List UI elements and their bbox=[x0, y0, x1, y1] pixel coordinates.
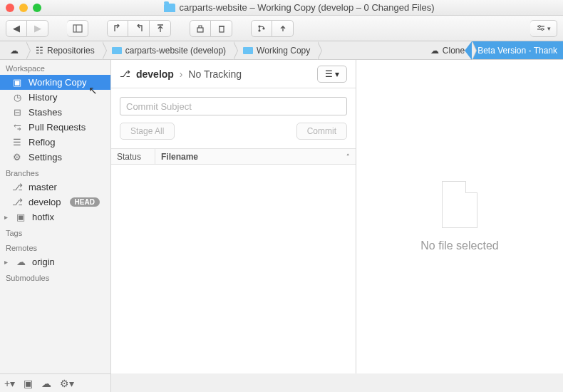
sidebar-item-pull-requests[interactable]: ⥃ Pull Requests bbox=[0, 120, 110, 135]
archive-button[interactable]: ▣ bbox=[24, 378, 33, 389]
column-filename[interactable]: Filename ˄ bbox=[155, 152, 356, 162]
sidebar-item-label: master bbox=[29, 182, 57, 192]
sidebar-folder-hotfix[interactable]: ▸ ▣ hotfix bbox=[0, 210, 110, 225]
clone-label: Clone bbox=[443, 46, 465, 56]
fetch-button[interactable] bbox=[107, 20, 128, 37]
sidebar-branch-master[interactable]: ⎇ master bbox=[0, 180, 110, 195]
forward-button[interactable]: ▶ bbox=[27, 20, 48, 37]
sort-indicator-icon: ˄ bbox=[346, 153, 350, 160]
beta-label: Beta Version - Thank bbox=[477, 46, 557, 56]
file-list-empty bbox=[111, 165, 356, 373]
back-button[interactable]: ◀ bbox=[6, 20, 27, 37]
sidebar-item-settings[interactable]: ⚙ Settings bbox=[0, 150, 110, 165]
sidebar-item-working-copy[interactable]: ▣ Working Copy bbox=[0, 75, 110, 90]
minimize-window-button[interactable] bbox=[19, 4, 28, 12]
folder-icon bbox=[112, 47, 122, 54]
working-copy-path-item[interactable]: Working Copy bbox=[233, 41, 317, 59]
toolbar: ◀ ▶ ▾ bbox=[0, 16, 563, 41]
sidebar-item-label: Stashes bbox=[29, 107, 62, 118]
svg-point-10 bbox=[539, 25, 541, 27]
sidebar-item-history[interactable]: ◷ History bbox=[0, 90, 110, 105]
cloud-path-item[interactable]: ☁ bbox=[0, 41, 26, 59]
branch-icon: ⎇ bbox=[11, 182, 23, 192]
chevron-right-icon: ▸ bbox=[4, 258, 8, 266]
path-bar: ☁ ☷Repositories carparts-website (develo… bbox=[0, 41, 563, 60]
sidebar-item-label: develop bbox=[29, 197, 61, 207]
branch-header: ⎇ develop › No Tracking ☰ ▾ bbox=[111, 60, 356, 88]
working-copy-panel: ⎇ develop › No Tracking ☰ ▾ Stage All Co… bbox=[111, 60, 356, 373]
cloud-button[interactable]: ☁ bbox=[41, 378, 51, 389]
repositories-path-item[interactable]: ☷Repositories bbox=[26, 41, 102, 59]
sidebar-branch-develop[interactable]: ⎇ develop HEAD bbox=[0, 195, 110, 210]
workspace-section-header: Workspace bbox=[0, 60, 110, 75]
beta-version-tab[interactable]: Beta Version - Thank bbox=[472, 41, 563, 59]
chevron-right-icon: ▸ bbox=[4, 213, 8, 221]
sidebar-item-label: Reflog bbox=[29, 137, 56, 148]
sidebar: Workspace ▣ Working Copy ◷ History ⊟ Sta… bbox=[0, 60, 111, 373]
cloud-download-icon: ☁ bbox=[430, 46, 439, 56]
column-filename-label: Filename bbox=[161, 152, 198, 162]
repo-label: carparts-website (develop) bbox=[125, 46, 226, 56]
sidebar-item-label: Working Copy bbox=[29, 77, 86, 88]
sidebar-remote-origin[interactable]: ▸ ☁ origin bbox=[0, 254, 110, 269]
add-button[interactable]: +▾ bbox=[4, 378, 15, 389]
zoom-window-button[interactable] bbox=[33, 4, 41, 12]
file-list-header: Status Filename ˄ bbox=[111, 149, 356, 165]
discard-button[interactable] bbox=[211, 20, 232, 37]
window-title: carparts-website – Working Copy (develop… bbox=[179, 2, 434, 13]
close-window-button[interactable] bbox=[6, 4, 14, 12]
commit-subject-input[interactable] bbox=[120, 97, 347, 115]
svg-rect-0 bbox=[73, 25, 82, 32]
column-status[interactable]: Status bbox=[111, 149, 155, 164]
settings-toolbar-button[interactable]: ▾ bbox=[530, 20, 557, 37]
view-options-button[interactable]: ☰ ▾ bbox=[317, 66, 347, 83]
traffic-lights bbox=[6, 4, 41, 12]
submodules-section-header: Submodules bbox=[0, 269, 110, 284]
window-titlebar: carparts-website – Working Copy (develop… bbox=[0, 0, 563, 16]
sidebar-item-stashes[interactable]: ⊟ Stashes bbox=[0, 105, 110, 120]
footer-settings-button[interactable]: ⚙▾ bbox=[60, 378, 74, 389]
view-mode-button[interactable] bbox=[67, 20, 88, 37]
tracking-label: No Tracking bbox=[188, 68, 242, 80]
stage-all-button[interactable]: Stage All bbox=[120, 123, 175, 140]
svg-rect-3 bbox=[219, 26, 224, 32]
file-preview-panel: No file selected bbox=[356, 60, 563, 373]
commit-button[interactable]: Commit bbox=[296, 123, 347, 140]
stack-icon: ☷ bbox=[36, 46, 43, 56]
current-branch: develop bbox=[136, 68, 174, 80]
remotes-section-header: Remotes bbox=[0, 239, 110, 254]
cloud-icon: ☁ bbox=[10, 46, 19, 56]
folder-icon: ▣ bbox=[11, 77, 23, 88]
sidebar-footer: +▾ ▣ ☁ ⚙▾ bbox=[0, 373, 111, 392]
sidebar-item-label: History bbox=[29, 92, 57, 103]
branch-icon: ⎇ bbox=[120, 68, 130, 79]
head-badge: HEAD bbox=[70, 197, 100, 207]
terminal-button[interactable] bbox=[272, 20, 294, 37]
chevron-right-icon: › bbox=[180, 68, 183, 80]
svg-point-11 bbox=[542, 28, 544, 30]
sidebar-item-label: Pull Requests bbox=[29, 122, 86, 133]
stash-icon: ⊟ bbox=[11, 107, 23, 118]
pull-button[interactable] bbox=[128, 20, 150, 37]
no-file-selected-label: No file selected bbox=[420, 239, 498, 252]
repo-path-item[interactable]: carparts-website (develop) bbox=[102, 41, 233, 59]
folder-icon bbox=[164, 4, 175, 12]
stash-button[interactable] bbox=[190, 20, 211, 37]
folder-icon bbox=[243, 47, 253, 54]
reflog-icon: ☰ bbox=[11, 137, 23, 148]
svg-rect-2 bbox=[197, 28, 203, 32]
push-button[interactable] bbox=[150, 20, 171, 37]
working-copy-label: Working Copy bbox=[257, 46, 310, 56]
sidebar-item-label: Settings bbox=[29, 152, 62, 163]
tags-section-header: Tags bbox=[0, 225, 110, 239]
gear-icon: ⚙ bbox=[11, 152, 23, 163]
sidebar-item-reflog[interactable]: ☰ Reflog bbox=[0, 135, 110, 150]
repositories-label: Repositories bbox=[47, 46, 95, 56]
file-icon bbox=[442, 181, 477, 228]
git-flow-button[interactable] bbox=[251, 20, 272, 37]
branch-icon: ⎇ bbox=[11, 197, 23, 207]
clock-icon: ◷ bbox=[11, 92, 23, 103]
branches-section-header: Branches bbox=[0, 165, 110, 180]
pull-request-icon: ⥃ bbox=[11, 122, 23, 133]
sidebar-item-label: hotfix bbox=[32, 212, 54, 222]
